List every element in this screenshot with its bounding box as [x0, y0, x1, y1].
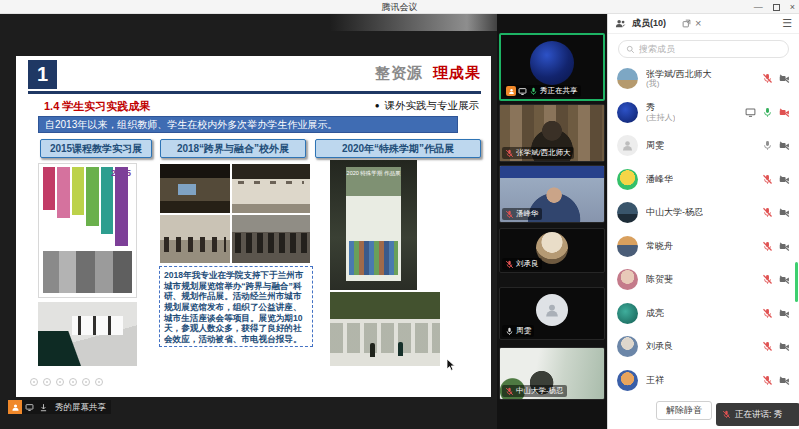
avatar-default [536, 294, 568, 326]
menu-icon[interactable]: ☰ [782, 17, 792, 30]
member-name: 常晓舟 [646, 241, 673, 252]
member-row[interactable]: 潘峰华 [608, 163, 799, 197]
panel-close-icon[interactable]: × [695, 18, 701, 29]
titlebar: 腾讯会议 — × [0, 0, 799, 14]
university-logo-banner [500, 166, 604, 178]
screen-icon [22, 400, 36, 414]
mic-muted-icon [762, 174, 773, 185]
unmute-button[interactable]: 解除静音 [656, 401, 712, 420]
poster-2020-photo-grid [349, 241, 398, 275]
member-name: 王祥 [646, 375, 664, 386]
camera-off-icon [779, 308, 790, 319]
avatar [617, 269, 638, 290]
camera-off-icon [779, 241, 790, 252]
popout-icon[interactable] [682, 19, 691, 28]
member-row[interactable]: 周雯 [608, 129, 799, 163]
search-input[interactable] [639, 44, 781, 54]
camera-off-icon [779, 341, 790, 352]
presentation-slide: 1 整资源理成果 1.4 学生实习实践成果 ●课外实践与专业展示 自2013年以… [16, 56, 491, 397]
member-name: 成亮 [646, 308, 664, 319]
nav-dot[interactable] [43, 378, 51, 386]
mic-muted-icon [762, 341, 773, 352]
slideshow-nav-buttons[interactable] [30, 378, 103, 386]
tile-label: 潘峰华 [516, 209, 539, 219]
avatar [617, 169, 638, 190]
tile-label: 秀正在共享 [540, 86, 578, 96]
member-row[interactable]: 中山大学-杨忍 [608, 196, 799, 230]
member-name: 周雯 [646, 140, 664, 151]
close-button[interactable]: × [790, 0, 795, 14]
members-icon [615, 18, 626, 29]
scrollbar-thumb[interactable] [795, 262, 798, 302]
header-gray-text: 整资源 [375, 64, 423, 81]
expo-box-2015: 2015课程教学实习展 [40, 139, 152, 158]
mic-muted-icon [762, 375, 773, 386]
member-row[interactable]: 秀(主持人) [608, 96, 799, 130]
section-bullet-item: ●课外实践与专业展示 [375, 99, 479, 113]
member-search-box[interactable] [618, 40, 789, 58]
member-row[interactable]: 成亮 [608, 297, 799, 331]
video-tile-sharing[interactable]: 秀正在共享 [499, 33, 605, 101]
nav-dot[interactable] [30, 378, 38, 386]
nav-dot[interactable] [56, 378, 64, 386]
header-divider [28, 91, 481, 94]
mic-muted-icon [722, 410, 731, 419]
mic-muted-icon [762, 73, 773, 84]
member-row[interactable]: 常晓舟 [608, 230, 799, 264]
poster-2020-banner: 2020 特殊学期 作品展 [346, 167, 402, 281]
member-row[interactable]: 刘承良 [608, 330, 799, 364]
screen-share-icon [518, 87, 527, 96]
mic-muted-icon [762, 241, 773, 252]
photo-forum [160, 215, 230, 263]
member-name: 秀 [646, 102, 655, 112]
members-panel-header: 成员(10) × ☰ [608, 14, 799, 34]
avatar [617, 336, 638, 357]
mic-muted-icon [762, 308, 773, 319]
avatar [617, 68, 638, 89]
photo-lecture-room [160, 164, 230, 213]
camera-off-icon [779, 107, 790, 118]
video-tile[interactable]: 周雯 [499, 287, 605, 340]
video-tile[interactable]: 刘承良 [499, 228, 605, 273]
camera-off-icon [779, 174, 790, 185]
tile-label: 刘承良 [516, 259, 539, 269]
member-name: 潘峰华 [646, 174, 673, 185]
member-row[interactable]: 王祥 [608, 364, 799, 398]
slide-banner: 自2013年以来，组织教师、学生在校内外多次举办学生作业展示。 [38, 116, 458, 133]
member-list: 张学斌/西北师大(我) 秀(主持人) 周雯 [608, 62, 799, 397]
video-tile[interactable]: 潘峰华 [499, 165, 605, 223]
mic-icon [762, 140, 773, 151]
member-row[interactable]: 张学斌/西北师大(我) [608, 62, 799, 96]
expo-box-2018: 2018“跨界与融合”校外展 [160, 139, 306, 158]
camera-off-icon [779, 73, 790, 84]
share-label: 秀的屏幕共享 [50, 400, 111, 414]
speaking-label: 正在讲话: 秀 [735, 409, 782, 421]
expo-box-2020: 2020年“特殊学期”作品展 [315, 139, 481, 158]
mic-on-icon [762, 107, 773, 118]
members-panel: 成员(10) × ☰ 张学斌/西北师大(我) 秀(主持人) [607, 14, 799, 429]
slide-header-right: 整资源理成果 [375, 64, 481, 83]
nav-dot[interactable] [69, 378, 77, 386]
mic-muted-icon [505, 149, 514, 158]
mic-muted-icon [762, 207, 773, 218]
member-row[interactable]: 陈贺斐 [608, 263, 799, 297]
video-thumbnail-strip: 秀正在共享 张学斌/西北师大 潘峰华 刘承良 周雯 [497, 14, 607, 429]
minimize-button[interactable]: — [754, 0, 763, 14]
nav-dot[interactable] [82, 378, 90, 386]
avatar [617, 102, 638, 123]
video-tile[interactable]: 张学斌/西北师大 [499, 104, 605, 162]
photo-exhibition-hall [232, 164, 310, 213]
download-icon[interactable] [36, 400, 50, 414]
camera-off-icon [779, 140, 790, 151]
maximize-button[interactable] [773, 4, 780, 11]
member-name: 陈贺斐 [646, 274, 673, 285]
avatar [617, 370, 638, 391]
camera-off-icon [779, 274, 790, 285]
nav-dot[interactable] [95, 378, 103, 386]
video-tile[interactable]: 中山大学-杨忍 [499, 347, 605, 400]
screen-share-icon [745, 107, 756, 118]
mic-icon [505, 327, 514, 336]
member-name: 刘承良 [646, 341, 673, 352]
member-name: 张学斌/西北师大 [646, 69, 712, 79]
bullet-icon: ● [375, 101, 380, 110]
